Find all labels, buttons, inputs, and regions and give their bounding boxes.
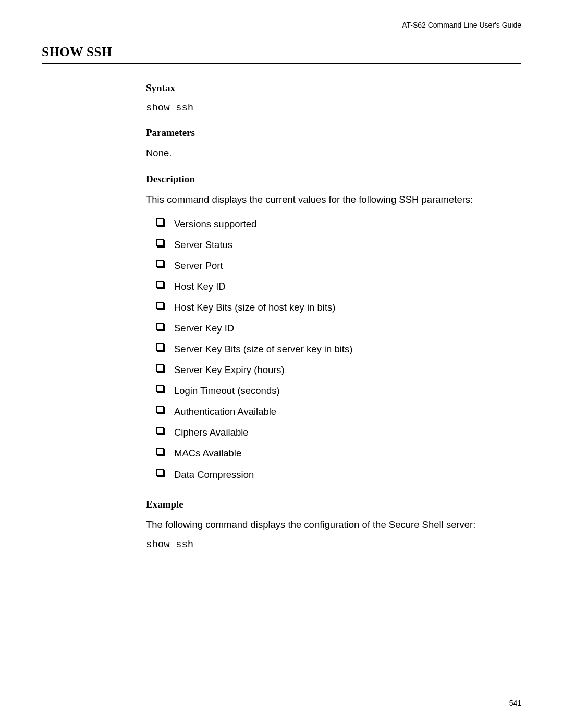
description-heading: Description [146, 174, 511, 185]
guide-title: AT-S62 Command Line User's Guide [402, 21, 521, 29]
parameters-heading: Parameters [146, 127, 511, 139]
page-container: AT-S62 Command Line User's Guide SHOW SS… [0, 0, 563, 728]
square-bullet-icon [156, 343, 164, 351]
list-item: Login Timeout (seconds) [156, 380, 511, 401]
list-item-label: Versions supported [174, 218, 256, 229]
list-item: Host Key ID [156, 276, 511, 297]
list-item-label: Server Port [174, 260, 223, 271]
list-item-label: Ciphers Available [174, 427, 249, 438]
list-item-label: Server Key Bits (size of server key in b… [174, 343, 352, 354]
content-area: Syntax show ssh Parameters None. Descrip… [146, 82, 511, 550]
square-bullet-icon [156, 218, 164, 226]
list-item: Ciphers Available [156, 422, 511, 443]
parameters-text: None. [146, 147, 511, 160]
square-bullet-icon [156, 239, 164, 246]
list-item-label: Host Key Bits (size of host key in bits) [174, 302, 335, 313]
list-item-label: Host Key ID [174, 281, 226, 292]
command-title: SHOW SSH [42, 45, 521, 64]
list-item-label: Data Compression [174, 469, 254, 480]
list-item: Data Compression [156, 464, 511, 485]
square-bullet-icon [156, 406, 164, 413]
list-item: MACs Available [156, 443, 511, 464]
square-bullet-icon [156, 260, 164, 267]
list-item: Server Key Bits (size of server key in b… [156, 339, 511, 360]
list-item-label: Authentication Available [174, 406, 276, 417]
square-bullet-icon [156, 364, 164, 372]
list-item: Server Port [156, 255, 511, 276]
list-item-label: Server Status [174, 239, 232, 250]
syntax-heading: Syntax [146, 82, 511, 94]
square-bullet-icon [156, 323, 164, 330]
list-item: Host Key Bits (size of host key in bits) [156, 297, 511, 318]
list-item-label: Login Timeout (seconds) [174, 385, 280, 396]
list-item: Authentication Available [156, 401, 511, 422]
list-item: Server Key Expiry (hours) [156, 360, 511, 380]
square-bullet-icon [156, 281, 164, 288]
example-heading: Example [146, 499, 511, 510]
description-intro: This command displays the current values… [146, 193, 511, 206]
list-item-label: Server Key Expiry (hours) [174, 364, 285, 375]
description-list: Versions supported Server Status Server … [156, 214, 511, 485]
square-bullet-icon [156, 448, 164, 455]
list-item-label: MACs Available [174, 448, 241, 459]
page-number: 541 [509, 699, 521, 707]
list-item: Server Status [156, 235, 511, 255]
square-bullet-icon [156, 385, 164, 392]
square-bullet-icon [156, 302, 164, 309]
list-item-label: Server Key ID [174, 323, 234, 334]
syntax-command: show ssh [146, 102, 511, 114]
list-item: Server Key ID [156, 318, 511, 339]
square-bullet-icon [156, 469, 164, 476]
list-item: Versions supported [156, 214, 511, 235]
page-header: AT-S62 Command Line User's Guide [42, 21, 521, 45]
square-bullet-icon [156, 427, 164, 434]
example-command: show ssh [146, 539, 511, 550]
example-text: The following command displays the confi… [146, 519, 511, 532]
